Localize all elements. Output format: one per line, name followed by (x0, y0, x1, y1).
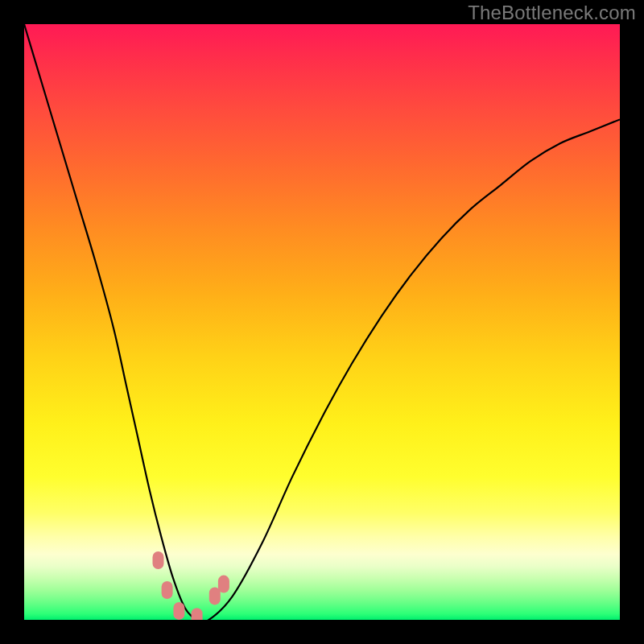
plot-area (24, 24, 620, 620)
marker-dot (153, 551, 164, 569)
marker-dot (218, 576, 229, 593)
marker-dot (192, 608, 203, 620)
marker-dot (162, 581, 173, 599)
highlight-markers (24, 24, 620, 620)
chart-container: TheBottleneck.com (0, 0, 644, 644)
watermark-text: TheBottleneck.com (468, 2, 636, 24)
marker-dot (173, 602, 184, 620)
